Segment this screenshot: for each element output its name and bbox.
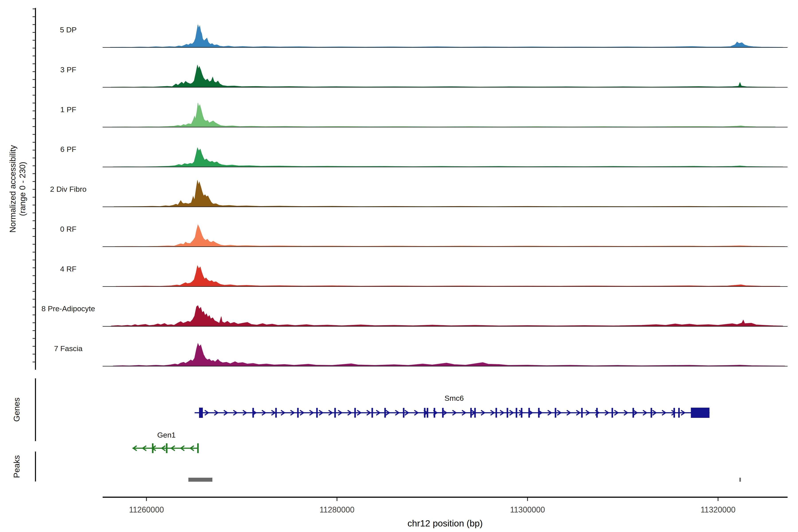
exon-bar-smc6 bbox=[252, 408, 254, 418]
peaks-section-label: Peaks bbox=[12, 455, 21, 478]
track-label-0-rf: 0 RF bbox=[60, 225, 76, 233]
coverage-signal-0-rf bbox=[115, 225, 785, 247]
exon-bar-smc6 bbox=[434, 408, 435, 418]
exon-bar-smc6 bbox=[316, 408, 318, 418]
gene-end-exon-box bbox=[691, 407, 709, 418]
exon-bar-smc6 bbox=[334, 408, 336, 418]
exon-bar-smc6 bbox=[651, 408, 652, 418]
exon-bar-gen1 bbox=[152, 443, 153, 453]
track-label-1-pf: 1 PF bbox=[60, 105, 76, 114]
gene-name-gen1: Gen1 bbox=[157, 431, 175, 439]
exon-bar-smc6 bbox=[495, 408, 497, 418]
y-axis-label-line2: (range 0 - 230) bbox=[18, 162, 27, 216]
track-label-2-div-fibro: 2 Div Fibro bbox=[50, 185, 87, 193]
x-axis-tick-label: 11320000 bbox=[701, 505, 736, 514]
exon-bar-smc6 bbox=[384, 408, 386, 418]
x-axis-tick-label: 11280000 bbox=[319, 505, 355, 514]
exon-bar-smc6 bbox=[673, 408, 675, 418]
coverage-signal-5-dp bbox=[110, 25, 783, 48]
exon-bar-smc6 bbox=[424, 408, 425, 418]
genes-track: Genes Smc6Gen1 bbox=[12, 378, 709, 453]
peaks-track: Peaks bbox=[12, 452, 741, 482]
exon-bar-smc6 bbox=[516, 408, 517, 418]
gene-name-smc6: Smc6 bbox=[444, 394, 464, 402]
x-axis-tick-label: 11300000 bbox=[510, 505, 545, 514]
peak-interval bbox=[740, 478, 741, 482]
coverage-plot: 5 DP3 PF1 PF6 PF2 Div Fibro0 RF4 RF8 Pre… bbox=[0, 0, 798, 532]
exon-bar-gen1 bbox=[166, 443, 168, 453]
exon-bar-smc6 bbox=[507, 408, 508, 418]
exon-bar-smc6 bbox=[529, 408, 530, 418]
exon-bar-smc6 bbox=[354, 408, 356, 418]
coverage-signal-8-pre-adipocyte bbox=[111, 305, 783, 326]
exon-bar-smc6 bbox=[538, 408, 539, 418]
exon-bar-smc6 bbox=[521, 408, 522, 418]
coverage-signal-1-pf bbox=[112, 103, 775, 127]
exon-bar-smc6 bbox=[427, 408, 428, 418]
track-label-3-pf: 3 PF bbox=[60, 65, 76, 74]
exon-bar-smc6 bbox=[474, 408, 476, 418]
track-label-4-rf: 4 RF bbox=[60, 265, 76, 273]
x-axis-title: chr12 position (bp) bbox=[407, 518, 483, 529]
exon-bar-smc6 bbox=[678, 408, 680, 418]
track-label-7-fascia: 7 Fascia bbox=[54, 344, 83, 353]
x-axis-tick-label: 11260000 bbox=[129, 505, 164, 514]
exon-bar-smc6 bbox=[632, 408, 634, 418]
peak-interval bbox=[188, 478, 212, 482]
tracks-y-axis: Normalized accessibility (range 0 - 230) bbox=[8, 8, 36, 370]
exon-bar-smc6 bbox=[275, 408, 277, 418]
exon-bar-gen1 bbox=[197, 443, 199, 453]
x-axis: chr12 position (bp) 11260000112800001130… bbox=[102, 497, 787, 529]
exon-bar-smc6 bbox=[442, 408, 443, 418]
coverage-signal-6-pf bbox=[113, 148, 783, 167]
exon-bar-smc6 bbox=[297, 408, 299, 418]
exon-bar-smc6 bbox=[372, 408, 373, 418]
exon-bar-smc6 bbox=[403, 408, 404, 418]
gene-start-exon-box bbox=[199, 407, 203, 418]
coverage-signal-2-div-fibro bbox=[114, 180, 780, 207]
track-label-5-dp: 5 DP bbox=[60, 25, 77, 34]
genes-section-label: Genes bbox=[12, 397, 21, 422]
coverage-signal-7-fascia bbox=[113, 343, 785, 366]
exon-bar-smc6 bbox=[596, 408, 598, 418]
exon-bar-smc6 bbox=[470, 408, 472, 418]
y-axis-label-line1: Normalized accessibility bbox=[8, 145, 17, 232]
exon-bar-smc6 bbox=[555, 408, 556, 418]
track-label-6-pf: 6 PF bbox=[60, 145, 76, 153]
coverage-signal-3-pf bbox=[111, 65, 775, 87]
track-label-8-pre-adipocyte: 8 Pre-Adipocyte bbox=[41, 304, 95, 313]
coverage-signal-4-rf bbox=[116, 266, 780, 287]
exon-bar-smc6 bbox=[581, 408, 583, 418]
accessibility-tracks: 5 DP3 PF1 PF6 PF2 Div Fibro0 RF4 RF8 Pre… bbox=[41, 25, 787, 366]
exon-bar-smc6 bbox=[612, 408, 613, 418]
